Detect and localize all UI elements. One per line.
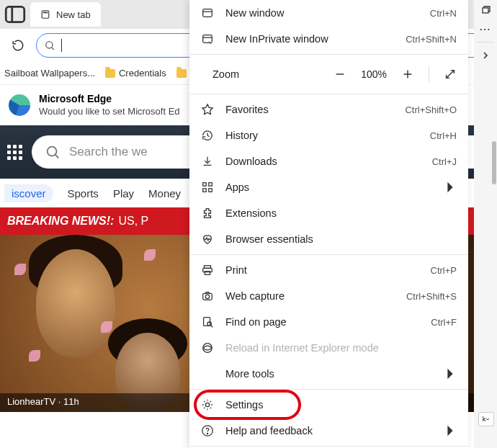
menu-separator — [189, 94, 468, 94]
tab-actions-icon[interactable] — [3, 2, 27, 27]
scrollbar-thumb[interactable] — [492, 141, 496, 184]
menu-apps[interactable]: Apps — [189, 174, 468, 200]
svg-point-3 — [45, 12, 45, 13]
svg-point-21 — [205, 403, 209, 406]
menu-label: Downloads — [225, 156, 421, 167]
svg-point-5 — [46, 42, 53, 48]
help-icon — [201, 424, 214, 437]
submenu-arrow-icon — [444, 424, 457, 437]
search-icon — [44, 40, 55, 51]
menu-shortcut: Ctrl+Shift+O — [405, 104, 457, 115]
menu-label: Find on page — [225, 316, 419, 328]
bookmark-item[interactable]: Sailboat Wallpapers... — [4, 68, 95, 79]
heartbeat-icon — [201, 233, 214, 246]
find-icon — [201, 315, 214, 328]
menu-new-window[interactable]: New window Ctrl+N — [189, 0, 468, 26]
divider — [477, 42, 494, 42]
feed-tab-sports[interactable]: Sports — [68, 187, 99, 200]
restore-window-icon[interactable] — [478, 3, 493, 17]
menu-downloads[interactable]: Downloads Ctrl+J — [189, 148, 468, 174]
menu-label: Browser essentials — [225, 233, 457, 245]
edge-logo-icon — [9, 94, 30, 116]
breaking-label: BREAKING NEWS!: — [7, 215, 114, 228]
window-icon — [201, 6, 214, 19]
history-icon — [201, 129, 214, 142]
zoom-in-button[interactable] — [401, 68, 414, 81]
svg-point-4 — [47, 12, 48, 13]
menu-label: Zoom — [212, 68, 263, 80]
menu-shortcut: Ctrl+F — [431, 317, 457, 328]
svg-point-6 — [48, 147, 57, 156]
menu-browser-essentials[interactable]: Browser essentials — [189, 226, 468, 252]
breaking-text: US, P — [118, 215, 148, 228]
zoom-value: 100% — [361, 68, 387, 80]
menu-label: Help and feedback — [225, 425, 432, 436]
bookmark-label: Credentials — [119, 68, 166, 79]
menu-shortcut: Ctrl+N — [430, 8, 457, 19]
menu-separator — [189, 54, 468, 55]
menu-history[interactable]: History Ctrl+H — [189, 122, 468, 148]
download-icon — [201, 155, 214, 168]
svg-rect-7 — [203, 9, 212, 17]
menu-label: More tools — [225, 368, 432, 380]
menu-reload-ie-mode: Reload in Internet Explorer mode — [189, 335, 468, 361]
folder-icon — [105, 69, 115, 78]
svg-rect-8 — [203, 35, 212, 43]
menu-new-inprivate[interactable]: New InPrivate window Ctrl+Shift+N — [189, 26, 468, 52]
menu-separator — [189, 254, 468, 255]
submenu-arrow-icon — [444, 181, 457, 194]
svg-rect-12 — [209, 189, 212, 192]
menu-extensions[interactable]: Extensions — [189, 200, 468, 226]
menu-favorites[interactable]: Favorites Ctrl+Shift+O — [189, 97, 468, 122]
menu-label: Apps — [225, 182, 432, 193]
zoom-out-button[interactable] — [333, 68, 346, 81]
fullscreen-button[interactable] — [444, 68, 457, 81]
menu-settings[interactable]: Settings — [189, 392, 468, 418]
menu-label: Favorites — [225, 104, 393, 115]
svg-point-17 — [205, 295, 209, 298]
right-rail: ⋯ — [474, 0, 497, 448]
browser-tab[interactable]: New tab — [30, 2, 101, 27]
menu-label: Print — [225, 264, 419, 276]
menu-shortcut: Ctrl+Shift+N — [406, 34, 457, 45]
extensions-icon — [201, 207, 214, 220]
menu-label: Reload in Internet Explorer mode — [225, 342, 457, 354]
bookmark-folder[interactable]: Credentials — [105, 68, 166, 79]
promo-title: Microsoft Edge — [39, 93, 180, 104]
search-placeholder: Search the we — [69, 145, 148, 159]
svg-point-23 — [207, 433, 207, 434]
feed-tab-play[interactable]: Play — [113, 187, 134, 200]
divider — [429, 66, 429, 83]
menu-shortcut: Ctrl+J — [432, 156, 457, 167]
menu-label: Settings — [225, 399, 457, 411]
tab-label: New tab — [56, 9, 91, 20]
ie-icon — [201, 341, 214, 354]
gear-icon — [201, 398, 214, 411]
inprivate-icon — [201, 32, 214, 45]
menu-help-feedback[interactable]: Help and feedback — [189, 418, 468, 444]
svg-rect-9 — [203, 183, 207, 187]
more-button[interactable]: ⋯ — [478, 22, 493, 36]
menu-shortcut: Ctrl+H — [430, 130, 457, 141]
svg-rect-0 — [6, 6, 24, 22]
svg-rect-11 — [203, 189, 207, 192]
text-caret — [61, 39, 62, 52]
feed-tab-money[interactable]: Money — [148, 187, 181, 200]
menu-find-on-page[interactable]: Find on page Ctrl+F — [189, 309, 468, 335]
bookmark-folder[interactable] — [176, 69, 187, 78]
feed-tab-discover[interactable]: iscover — [4, 184, 53, 202]
menu-print[interactable]: Print Ctrl+P — [189, 257, 468, 283]
sidebar-badge[interactable]: k — [478, 412, 494, 426]
menu-more-tools[interactable]: More tools — [189, 361, 468, 387]
app-launcher-icon[interactable] — [7, 145, 24, 160]
reload-button[interactable] — [6, 33, 30, 58]
menu-zoom: Zoom 100% — [189, 57, 468, 91]
menu-web-capture[interactable]: Web capture Ctrl+Shift+S — [189, 283, 468, 309]
app-menu: New window Ctrl+N New InPrivate window C… — [189, 0, 468, 448]
svg-rect-24 — [483, 8, 488, 13]
menu-label: New InPrivate window — [225, 33, 394, 45]
apps-icon — [201, 181, 214, 194]
forward-button[interactable] — [478, 48, 493, 63]
svg-rect-10 — [209, 183, 212, 187]
svg-point-2 — [43, 12, 44, 13]
